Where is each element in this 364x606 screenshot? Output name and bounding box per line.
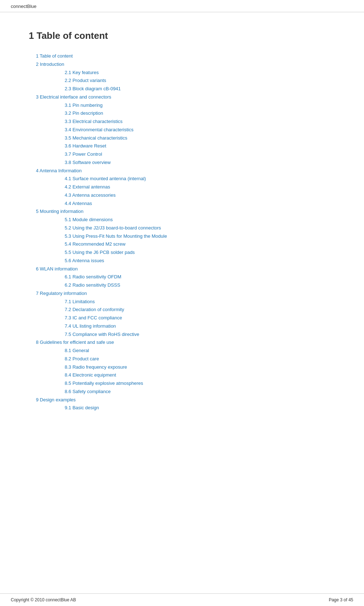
toc-item: 8.2 Product care — [65, 355, 335, 363]
toc-item: 3.8 Software overview — [65, 159, 335, 167]
toc-item: 4 Antenna Information — [36, 167, 335, 175]
toc-item: 7.4 UL listing information — [65, 322, 335, 331]
toc-item: 3.6 Hardware Reset — [65, 142, 335, 150]
toc-item: 3.3 Electrical characteristics — [65, 118, 335, 126]
toc-item: 8.1 General — [65, 347, 335, 355]
toc-item: 5.2 Using the J2/J3 board-to-board conne… — [65, 224, 335, 232]
toc-item: 4.3 Antenna accessories — [65, 191, 335, 200]
toc-item: 2.3 Block diagram cB-0941 — [65, 85, 335, 93]
toc-link[interactable]: 2 Introduction — [36, 61, 64, 67]
toc-item: 5.4 Recommended M2 screw — [65, 240, 335, 249]
toc-link[interactable]: 8.5 Potentially explosive atmospheres — [65, 381, 143, 386]
toc-item: 7.2 Declaration of conformity — [65, 306, 335, 314]
toc-item: 3 Electrical interface and connectors — [36, 93, 335, 101]
toc-item: 2 Introduction — [36, 60, 335, 69]
toc-item: 8.6 Safety compliance — [65, 388, 335, 396]
toc-item: 8.3 Radio frequency exposure — [65, 363, 335, 372]
toc-link[interactable]: 5.3 Using Press-Fit Nuts for Mounting th… — [65, 233, 167, 239]
toc-item: 9 Design examples — [36, 396, 335, 404]
toc-link[interactable]: 3.8 Software overview — [65, 160, 111, 165]
toc-link[interactable]: 7.1 Limitations — [65, 299, 95, 304]
toc-link[interactable]: 1 Table of content — [36, 53, 73, 59]
toc-link[interactable]: 8.2 Product care — [65, 356, 99, 361]
main-content: 1 Table of content 1 Table of content2 I… — [0, 12, 364, 441]
toc-link[interactable]: 6.2 Radio sensitivity DSSS — [65, 282, 120, 288]
brand-name: connectBlue — [11, 4, 37, 9]
toc-link[interactable]: 8.3 Radio frequency exposure — [65, 364, 127, 370]
toc-link[interactable]: 3.7 Power Control — [65, 151, 102, 157]
toc-link[interactable]: 3.3 Electrical characteristics — [65, 119, 123, 124]
toc-link[interactable]: 4 Antenna Information — [36, 168, 82, 173]
toc-item: 7.1 Limitations — [65, 298, 335, 306]
toc-link[interactable]: 2.2 Product variants — [65, 78, 106, 83]
copyright-text: Copyright © 2010 connectBlue AB — [11, 597, 76, 602]
toc-link[interactable]: 5.1 Module dimensions — [65, 217, 113, 222]
toc-item: 2.2 Product variants — [65, 77, 335, 85]
toc-link[interactable]: 3 Electrical interface and connectors — [36, 94, 111, 100]
toc-item: 3.7 Power Control — [65, 150, 335, 159]
page-title: 1 Table of content — [29, 30, 335, 41]
toc-link[interactable]: 3.6 Hardware Reset — [65, 143, 106, 149]
toc-link[interactable]: 4.4 Antennas — [65, 201, 92, 206]
toc-item: 8 Guidelines for efficient and safe use — [36, 338, 335, 347]
toc-link[interactable]: 9.1 Basic design — [65, 405, 99, 410]
toc-link[interactable]: 8.4 Electronic equipment — [65, 372, 116, 378]
toc-link[interactable]: 3.5 Mechanical characteristics — [65, 135, 127, 141]
toc-link[interactable]: 8 Guidelines for efficient and safe use — [36, 340, 114, 345]
toc-item: 7.3 IC and FCC compliance — [65, 314, 335, 322]
toc-item: 4.4 Antennas — [65, 200, 335, 208]
toc-item: 7 Regulatory information — [36, 290, 335, 298]
toc-link[interactable]: 5 Mounting information — [36, 209, 83, 214]
toc-link[interactable]: 2.1 Key features — [65, 70, 99, 75]
toc-link[interactable]: 6 WLAN information — [36, 266, 78, 272]
toc-link[interactable]: 4.3 Antenna accessories — [65, 192, 116, 198]
toc-link[interactable]: 7.2 Declaration of conformity — [65, 307, 124, 312]
toc-link[interactable]: 3.2 Pin description — [65, 110, 103, 116]
toc-item: 3.1 Pin numbering — [65, 101, 335, 110]
toc-link[interactable]: 7.5 Compliance with RoHS directive — [65, 332, 139, 337]
toc-link[interactable]: 3.4 Environmental characteristics — [65, 127, 133, 132]
toc-link[interactable]: 8.1 General — [65, 348, 89, 353]
toc-link[interactable]: 4.2 External antennas — [65, 184, 110, 190]
toc-item: 8.5 Potentially explosive atmospheres — [65, 379, 335, 388]
page-number: Page 3 of 45 — [329, 597, 353, 602]
toc-item: 7.5 Compliance with RoHS directive — [65, 331, 335, 339]
toc-item: 4.1 Surface mounted antenna (internal) — [65, 175, 335, 183]
toc-link[interactable]: 3.1 Pin numbering — [65, 102, 103, 108]
toc-item: 5.6 Antenna issues — [65, 257, 335, 265]
toc-link[interactable]: 5.4 Recommended M2 screw — [65, 241, 125, 247]
toc-item: 2.1 Key features — [65, 69, 335, 77]
toc-item: 4.2 External antennas — [65, 183, 335, 191]
toc-link[interactable]: 4.1 Surface mounted antenna (internal) — [65, 176, 146, 181]
toc-link[interactable]: 7.4 UL listing information — [65, 323, 116, 329]
toc-item: 1 Table of content — [36, 52, 335, 60]
toc-item: 6.1 Radio sensitivity OFDM — [65, 273, 335, 281]
toc-link[interactable]: 5.2 Using the J2/J3 board-to-board conne… — [65, 225, 161, 231]
toc-item: 3.2 Pin description — [65, 109, 335, 118]
toc-item: 6 WLAN information — [36, 265, 335, 273]
toc-link[interactable]: 2.3 Block diagram cB-0941 — [65, 86, 121, 91]
toc-item: 3.4 Environmental characteristics — [65, 126, 335, 134]
toc-link[interactable]: 7.3 IC and FCC compliance — [65, 315, 122, 320]
toc-link[interactable]: 8.6 Safety compliance — [65, 389, 111, 394]
toc-item: 5 Mounting information — [36, 208, 335, 216]
toc-item: 5.1 Module dimensions — [65, 216, 335, 224]
toc-link[interactable]: 5.6 Antenna issues — [65, 258, 104, 263]
toc-item: 9.1 Basic design — [65, 404, 335, 412]
toc-link[interactable]: 9 Design examples — [36, 397, 76, 402]
toc-item: 8.4 Electronic equipment — [65, 371, 335, 379]
toc-item: 5.5 Using the J6 PCB solder pads — [65, 249, 335, 257]
toc-link[interactable]: 6.1 Radio sensitivity OFDM — [65, 274, 121, 279]
toc-item: 5.3 Using Press-Fit Nuts for Mounting th… — [65, 232, 335, 241]
toc-item: 6.2 Radio sensitivity DSSS — [65, 281, 335, 290]
toc-link[interactable]: 7 Regulatory information — [36, 291, 87, 296]
toc-item: 3.5 Mechanical characteristics — [65, 134, 335, 142]
page-footer: Copyright © 2010 connectBlue AB Page 3 o… — [0, 593, 364, 606]
page-header: connectBlue — [0, 0, 364, 12]
toc-link[interactable]: 5.5 Using the J6 PCB solder pads — [65, 250, 135, 255]
toc-container: 1 Table of content2 Introduction2.1 Key … — [36, 52, 335, 412]
